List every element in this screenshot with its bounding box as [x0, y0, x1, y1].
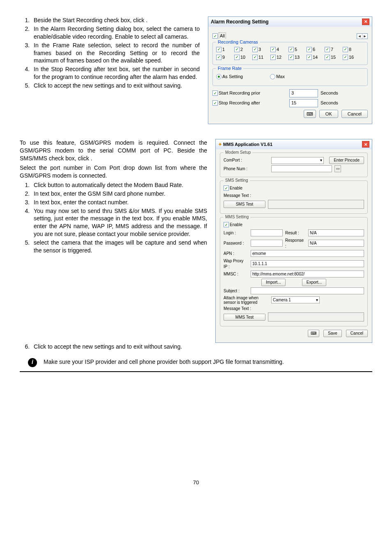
page-number: 70: [20, 479, 372, 486]
sms-test-button[interactable]: SMS Test: [224, 201, 265, 208]
close-icon[interactable]: ✕: [362, 18, 369, 25]
pager-arrows[interactable]: ◄►: [357, 33, 368, 39]
mms-title: MMS Application V1.61: [223, 142, 272, 147]
sms-setting-legend: SMS Setting: [224, 178, 250, 183]
all-checkbox[interactable]: ✓ All: [212, 32, 226, 39]
camera-checkbox-4[interactable]: ✓4: [270, 46, 286, 53]
camera-checkbox-8[interactable]: ✓8: [343, 46, 358, 53]
section2-list: Click button to automatically detect the…: [20, 181, 207, 254]
max-radio[interactable]: Max: [270, 74, 285, 80]
modem-setup-legend: Modem Setup: [224, 150, 252, 155]
subject-input[interactable]: [251, 287, 364, 294]
export-button[interactable]: Export...: [302, 279, 326, 286]
camera-checkbox-16[interactable]: ✓16: [343, 54, 358, 60]
camera-checkbox-1[interactable]: ✓1: [216, 46, 232, 53]
login-input[interactable]: [251, 229, 283, 236]
camera-checkbox-15[interactable]: ✓15: [325, 54, 340, 60]
start-recording-checkbox[interactable]: ✓ Start Recording prior: [212, 90, 284, 96]
save-button[interactable]: Save: [323, 330, 342, 337]
import-button[interactable]: Import...: [261, 279, 286, 286]
recording-cameras-legend: Recording Cameras: [216, 39, 260, 45]
keyboard-icon[interactable]: ⌨: [308, 330, 319, 337]
camera-checkbox-3[interactable]: ✓3: [252, 46, 268, 53]
section2-intro2: Select the port number in Com Port drop …: [20, 164, 207, 180]
keyboard-icon[interactable]: ⌨: [304, 110, 316, 118]
info-note: Make sure your ISP provider and cell pho…: [44, 358, 284, 366]
stop-recording-checkbox[interactable]: ✓ Stop Recording after: [212, 100, 284, 106]
camera-checkbox-2[interactable]: ✓2: [234, 46, 250, 53]
s1-item: In the Stop Recording after text box, se…: [31, 65, 200, 81]
password-input[interactable]: [251, 240, 283, 247]
ok-button[interactable]: OK: [319, 110, 338, 118]
s2-item: select the camera that the images will b…: [31, 239, 207, 254]
s2-item: You may now set to send thru SMS &/or MM…: [31, 207, 207, 238]
s1-item: In the Alarm Recording Setting dialog bo…: [31, 25, 200, 41]
camera-checkbox-12[interactable]: ✓12: [270, 54, 286, 60]
sms-enable-checkbox[interactable]: ✓Enable: [224, 185, 242, 191]
as-setting-radio[interactable]: As Setting: [216, 74, 243, 80]
info-icon: i: [28, 358, 37, 367]
all-label: All: [219, 32, 226, 39]
wap-input[interactable]: 10.1.1.1: [251, 260, 364, 267]
camera-checkbox-10[interactable]: ✓10: [234, 54, 250, 60]
camera-checkbox-5[interactable]: ✓5: [288, 46, 304, 53]
camera-checkbox-14[interactable]: ✓14: [307, 54, 322, 60]
comport-select[interactable]: ▾: [271, 157, 324, 164]
phone-num-input[interactable]: [271, 165, 332, 172]
camera-checkbox-7[interactable]: ✓7: [325, 46, 340, 53]
mms-test-button[interactable]: MMS Test: [224, 314, 265, 321]
camera-checkbox-6[interactable]: ✓6: [307, 46, 322, 53]
s2-item: In text box, enter the contact number.: [31, 199, 207, 206]
result-field: N/A: [308, 229, 364, 236]
s2-item: Click to accept the new settings and to …: [31, 343, 372, 351]
section1-list: Beside the Start Recording check box, cl…: [20, 16, 200, 90]
mmsc-input[interactable]: http://mms.emome.net:8002/: [251, 271, 364, 278]
enter-pincode-button[interactable]: Enter Pincode: [329, 157, 364, 164]
camera-checkbox-11[interactable]: ✓11: [252, 54, 268, 60]
sms-message-input[interactable]: [268, 200, 364, 209]
seconds-label: Seconds: [321, 90, 338, 96]
mms-setting-legend: MMS Setting: [224, 214, 250, 220]
cancel-button[interactable]: Cancel: [341, 110, 368, 118]
s2-item: Click button to automatically detect the…: [31, 181, 207, 189]
s1-item: In the Frame Rate selection, select to r…: [31, 42, 200, 65]
camera-checkbox-13[interactable]: ✓13: [288, 54, 304, 60]
mms-message-input[interactable]: [268, 312, 364, 321]
alarm-recording-dialog: Alarm Recording Setting ✕ ✓ All ◄► Recor…: [208, 16, 372, 124]
s1-item: Beside the Start Recording check box, cl…: [31, 16, 200, 24]
cancel-button[interactable]: Cancel: [346, 330, 368, 337]
phonebook-icon[interactable]: ▭: [334, 165, 341, 172]
alarm-dialog-title: Alarm Recording Setting: [211, 18, 269, 25]
seconds-label: Seconds: [321, 100, 338, 106]
close-icon[interactable]: ✕: [362, 141, 369, 148]
start-recording-seconds[interactable]: 3: [289, 89, 318, 97]
camera-grid: ✓1✓2✓3✓4✓5✓6✓7✓8✓9✓10✓11✓12✓13✓14✓15✓16: [216, 46, 364, 61]
stop-recording-seconds[interactable]: 15: [289, 99, 318, 107]
section2-list-tail: Click to accept the new settings and to …: [20, 343, 372, 351]
apn-input[interactable]: emome: [251, 250, 364, 257]
section2-intro: To use this feature, GSM/GPRS modem is r…: [20, 139, 207, 162]
camera-checkbox-9[interactable]: ✓9: [216, 54, 232, 60]
mms-enable-checkbox[interactable]: ✓Enable: [224, 222, 242, 228]
mms-dialog: ✦ MMS Application V1.61 ✕ Modem Setup Co…: [215, 139, 372, 343]
attach-camera-select[interactable]: Camera 1▾: [271, 296, 320, 303]
s2-item: In text box, enter the GSM SIM card phon…: [31, 190, 207, 198]
response-field: N/A: [308, 240, 364, 247]
s1-item: Click to accept the new settings and to …: [31, 82, 200, 90]
frame-rate-legend: Frame Rate: [216, 65, 243, 72]
